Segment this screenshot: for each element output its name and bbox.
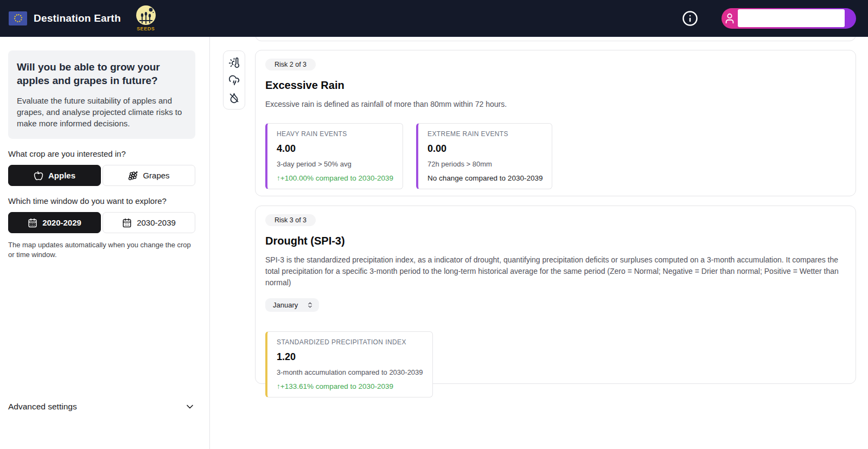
grape-icon [128,171,138,181]
time-button-2030-2039-label: 2030-2039 [137,218,176,227]
intro-description: Evaluate the future suitability of apple… [17,95,187,129]
crop-button-grapes[interactable]: Grapes [103,165,195,186]
time-button-row: 2020-2029 2030-2039 [8,212,195,233]
seeds-logo: SEEDS [135,4,157,33]
time-button-2030-2039[interactable]: 2030-2039 [103,212,195,233]
risk-card-excessive-rain: Risk 2 of 3 Excessive Rain Excessive rai… [255,50,856,196]
thermometer-sun-icon [228,57,240,68]
risk-badge: Risk 3 of 3 [265,214,316,226]
advanced-settings-label: Advanced settings [8,402,77,412]
stat-label: EXTREME RAIN EVENTS [427,130,542,138]
month-select-value: January [273,301,298,309]
top-navbar: Destination Earth SEEDS [0,0,868,37]
user-icon [722,12,738,24]
login-button[interactable] [722,8,856,29]
cloud-rain-icon [228,74,240,86]
chevrons-up-down-icon [307,302,314,309]
eu-stars-icon [14,14,22,22]
calendar-icon [122,218,132,228]
stat-value: 4.00 [277,143,393,155]
time-question: Which time window do you want to explore… [8,196,195,206]
info-icon [682,10,698,27]
month-select[interactable]: January [265,298,319,312]
stat-subtitle: 3-day period > 50% avg [277,160,393,168]
apple-icon [34,171,43,181]
hazard-toolbar [223,50,245,110]
stat-value: 0.00 [427,143,542,155]
stat-change: ↑+100.00% compared to 2030-2039 [277,174,393,182]
login-input[interactable] [738,9,845,27]
eu-flag [9,11,27,25]
stat-change: ↑+133.61% compared to 2030-2039 [277,382,423,390]
crop-button-row: Apples Grapes [8,165,195,186]
stat-subtitle: 3-month accumulation compared to 2030-20… [277,368,423,376]
toolbar-drought-button[interactable] [228,91,241,104]
map-update-note: The map updates automatically when you c… [8,240,195,259]
droplet-off-icon [228,92,240,104]
page: Destination Earth SEEDS [0,0,868,449]
stats-row: STANDARDIZED PRECIPITATION INDEX 1.20 3-… [265,331,846,397]
crop-question: What crop are you interested in? [8,149,195,158]
risk-description: SPI-3 is the standardized precipitation … [265,254,845,288]
chevron-down-icon [184,401,195,412]
stat-standardized-precipitation-index: STANDARDIZED PRECIPITATION INDEX 1.20 3-… [265,331,433,397]
risk-card-drought: Risk 3 of 3 Drought (SPI-3) SPI-3 is the… [255,206,856,384]
crop-button-apples[interactable]: Apples [8,165,101,186]
toolbar-temperature-button[interactable] [228,56,241,69]
time-button-2020-2029-label: 2020-2029 [42,218,81,227]
risk-title: Drought (SPI-3) [265,235,846,247]
calendar-icon [28,218,37,228]
risk-badge: Risk 2 of 3 [265,59,316,70]
stat-label: HEAVY RAIN EVENTS [277,130,393,138]
intro-title: Will you be able to grow your apples and… [17,60,187,87]
toolbar-rain-button[interactable] [228,74,241,87]
seeds-logo-label: SEEDS [135,26,157,31]
stat-change: No change compared to 2030-2039 [427,174,542,182]
sidebar: Will you be able to grow your apples and… [0,37,210,449]
stat-subtitle: 72h periods > 80mm [427,160,542,168]
intro-card: Will you be able to grow your apples and… [8,50,195,139]
risk-description: Excessive rain is defined as rainfall of… [265,99,845,110]
stat-value: 1.20 [277,351,423,363]
risk-title: Excessive Rain [265,79,846,92]
stat-label: STANDARDIZED PRECIPITATION INDEX [277,338,423,346]
time-button-2020-2029[interactable]: 2020-2029 [8,212,101,233]
stat-heavy-rain-events: HEAVY RAIN EVENTS 4.00 3-day period > 50… [265,123,403,189]
crop-button-grapes-label: Grapes [143,171,169,180]
seeds-logo-icon [136,5,156,25]
crop-button-apples-label: Apples [48,171,75,180]
stat-extreme-rain-events: EXTREME RAIN EVENTS 0.00 72h periods > 8… [416,123,552,189]
info-button[interactable] [681,10,699,27]
advanced-settings-toggle[interactable]: Advanced settings [8,401,195,412]
brand-title: Destination Earth [34,12,121,24]
stats-row: HEAVY RAIN EVENTS 4.00 3-day period > 50… [265,123,846,189]
